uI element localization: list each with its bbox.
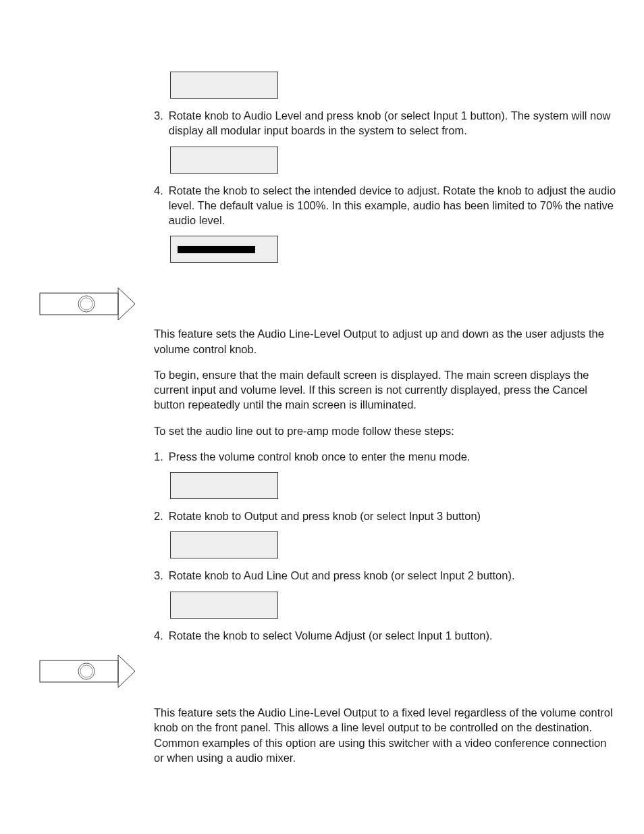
svg-rect-4: [40, 660, 118, 682]
svg-marker-7: [118, 655, 135, 687]
step-text: Rotate knob to Output and press knob (or…: [169, 509, 617, 523]
paragraph: This feature sets the Audio Line-Level O…: [154, 705, 617, 765]
svg-point-6: [80, 665, 92, 677]
step-number: 2.: [154, 509, 163, 523]
knob-arrow-icon: [39, 285, 135, 323]
step-item: 4. Rotate the knob to select the intende…: [154, 183, 617, 228]
display-box-level-bar: [170, 236, 278, 263]
step-text: Press the volume control knob once to en…: [169, 449, 617, 464]
paragraph: To begin, ensure that the main default s…: [154, 367, 617, 413]
paragraph: To set the audio line out to pre-amp mod…: [154, 423, 617, 438]
svg-point-1: [78, 296, 95, 312]
step-item: 3. Rotate knob to Audio Level and press …: [154, 108, 617, 138]
display-box: [170, 592, 278, 619]
step-number: 4.: [154, 628, 163, 643]
paragraph: This feature sets the Audio Line-Level O…: [154, 326, 617, 357]
step-text: Rotate knob to Aud Line Out and press kn…: [169, 568, 617, 583]
knob-arrow-icon: [39, 652, 135, 690]
step-item: 4. Rotate the knob to select Volume Adju…: [154, 628, 617, 643]
step-item: 3. Rotate knob to Aud Line Out and press…: [154, 568, 617, 583]
step-number: 3.: [154, 108, 163, 138]
display-box: [170, 72, 278, 99]
step-text: Rotate knob to Audio Level and press kno…: [169, 108, 617, 138]
display-box: [170, 531, 278, 558]
step-item: 2. Rotate knob to Output and press knob …: [154, 509, 617, 523]
display-box: [170, 147, 278, 174]
step-number: 3.: [154, 568, 163, 583]
step-number: 4.: [154, 183, 163, 228]
step-item: 1. Press the volume control knob once to…: [154, 449, 617, 464]
svg-rect-0: [40, 293, 118, 315]
step-number: 1.: [154, 449, 163, 464]
svg-point-5: [78, 663, 95, 679]
step-text: Rotate the knob to select Volume Adjust …: [169, 628, 617, 643]
display-box: [170, 472, 278, 499]
step-text: Rotate the knob to select the intended d…: [169, 183, 617, 228]
svg-marker-3: [118, 288, 135, 320]
svg-point-2: [80, 298, 92, 310]
